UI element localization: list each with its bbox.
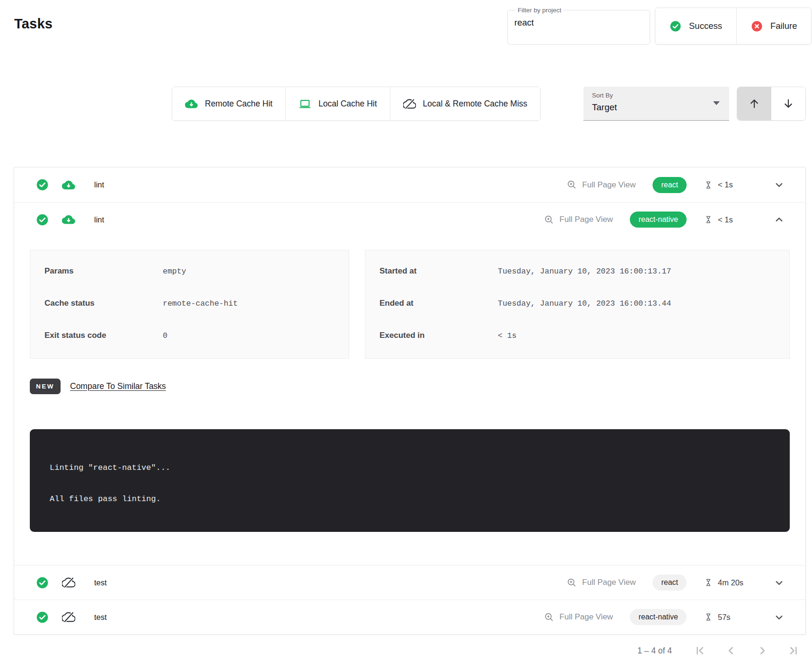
first-page-icon	[694, 645, 706, 657]
pagination-range-label: 1 – 4 of 4	[637, 646, 672, 656]
task-duration: 4m 20s	[704, 578, 757, 587]
project-badge: react-native	[630, 212, 687, 228]
zoom-in-icon	[566, 179, 577, 190]
chevron-right-icon	[756, 645, 768, 657]
pagination: 1 – 4 of 4	[637, 645, 800, 657]
expand-row-button[interactable]	[774, 179, 785, 190]
sort-by-label: Sort By	[592, 92, 613, 99]
zoom-in-icon	[544, 612, 555, 623]
next-page-button[interactable]	[756, 645, 768, 657]
page-title: Tasks	[14, 16, 53, 32]
cache-miss-icon	[62, 576, 75, 589]
full-page-view-label: Full Page View	[559, 215, 613, 224]
full-page-view-link[interactable]: Full Page View	[566, 577, 635, 588]
detail-value: remote-cache-hit	[163, 299, 238, 308]
arrow-down-icon	[782, 97, 794, 110]
remote-cache-hit-icon	[62, 213, 75, 226]
status-filter-group: Success Failure	[655, 8, 812, 44]
remote-cache-hit-label: Remote Cache Hit	[205, 99, 273, 109]
detail-label: Ended at	[380, 299, 498, 308]
task-duration: 57s	[704, 612, 757, 622]
detail-label: Exit status code	[44, 331, 163, 340]
cache-miss-button[interactable]: Local & Remote Cache Miss	[390, 87, 540, 120]
task-list: lint Full Page View react < 1s	[14, 167, 806, 635]
laptop-icon	[299, 97, 311, 110]
last-page-button[interactable]	[787, 645, 800, 657]
task-duration-label: 57s	[718, 613, 731, 622]
previous-page-button[interactable]	[725, 645, 737, 657]
task-duration-label: 4m 20s	[718, 578, 743, 587]
task-row-test-react[interactable]: test Full Page View react 4m 20s	[14, 565, 805, 600]
hourglass-icon	[704, 612, 713, 622]
full-page-view-label: Full Page View	[582, 180, 635, 190]
local-cache-hit-label: Local Cache Hit	[318, 99, 377, 109]
task-duration: < 1s	[704, 215, 757, 224]
cache-miss-icon	[62, 610, 75, 624]
filter-by-project-input[interactable]	[514, 18, 643, 28]
cache-filter-group: Remote Cache Hit Local Cache Hit Local &…	[172, 87, 540, 121]
task-duration-label: < 1s	[718, 215, 733, 224]
project-badge: react	[653, 177, 687, 193]
remote-cache-hit-button[interactable]: Remote Cache Hit	[172, 87, 285, 120]
failure-x-icon	[751, 20, 763, 32]
sort-direction-group	[737, 87, 806, 121]
local-cache-hit-button[interactable]: Local Cache Hit	[285, 87, 390, 120]
task-duration: < 1s	[704, 180, 757, 190]
success-status-icon	[36, 213, 49, 226]
full-page-view-link[interactable]: Full Page View	[544, 612, 613, 623]
cloud-download-icon	[185, 97, 198, 110]
success-status-icon	[36, 576, 49, 589]
arrow-up-icon	[748, 97, 760, 110]
compare-to-similar-tasks-link[interactable]: Compare To Similar Tasks	[70, 381, 166, 391]
task-row-lint-react-native[interactable]: lint Full Page View react-native < 1s	[14, 202, 805, 237]
expand-row-button[interactable]	[774, 577, 785, 588]
chevron-down-icon	[713, 101, 720, 105]
task-target-name: lint	[94, 215, 104, 224]
project-badge: react-native	[630, 609, 687, 625]
first-page-button[interactable]	[694, 645, 706, 657]
success-status-icon	[36, 178, 49, 191]
detail-label: Executed in	[380, 331, 498, 340]
task-params-panel: Paramsempty Cache statusremote-cache-hit…	[30, 250, 349, 359]
task-row-test-react-native[interactable]: test Full Page View react-native 57s	[14, 600, 805, 634]
zoom-in-icon	[544, 214, 555, 225]
detail-value: Tuesday, January 10, 2023 16:00:13.17	[498, 267, 671, 276]
chevron-left-icon	[725, 645, 737, 657]
success-check-icon	[670, 20, 681, 32]
detail-value: < 1s	[498, 331, 517, 340]
full-page-view-link[interactable]: Full Page View	[544, 214, 613, 225]
sort-by-select[interactable]: Sort By Target	[583, 87, 729, 121]
full-page-view-link[interactable]: Full Page View	[566, 179, 635, 190]
sort-descending-button[interactable]	[771, 87, 805, 120]
new-badge: NEW	[30, 379, 61, 394]
chevron-down-icon	[774, 612, 785, 623]
hourglass-icon	[704, 578, 713, 587]
task-target-name: test	[94, 613, 107, 622]
sort-by-value: Target	[592, 102, 617, 113]
filter-by-project-field[interactable]: Filter by project	[507, 7, 650, 44]
detail-value: 0	[163, 331, 168, 340]
task-row-lint-react[interactable]: lint Full Page View react < 1s	[14, 168, 805, 202]
filter-by-project-label: Filter by project	[515, 7, 564, 14]
task-detail-panel: Paramsempty Cache statusremote-cache-hit…	[14, 237, 805, 565]
hourglass-icon	[704, 215, 713, 224]
success-filter-button[interactable]: Success	[655, 8, 736, 44]
full-page-view-label: Full Page View	[582, 578, 635, 587]
terminal-output: Linting "react-native"... All files pass…	[30, 429, 790, 532]
project-badge: react	[653, 574, 687, 591]
detail-label: Cache status	[44, 299, 163, 308]
task-target-name: lint	[94, 180, 104, 189]
expand-row-button[interactable]	[774, 612, 785, 623]
sort-ascending-button[interactable]	[737, 87, 771, 120]
collapse-row-button[interactable]	[774, 214, 785, 225]
success-status-icon	[36, 611, 49, 624]
detail-label: Params	[44, 266, 163, 276]
last-page-icon	[787, 645, 800, 657]
failure-filter-button[interactable]: Failure	[736, 8, 812, 44]
cache-miss-label: Local & Remote Cache Miss	[423, 99, 528, 109]
detail-value: empty	[163, 267, 186, 276]
tasks-page: Tasks Filter by project Success Failure …	[0, 0, 812, 671]
failure-filter-label: Failure	[770, 21, 797, 31]
terminal-line: Linting "react-native"...	[50, 463, 776, 472]
chevron-down-icon	[774, 577, 785, 588]
